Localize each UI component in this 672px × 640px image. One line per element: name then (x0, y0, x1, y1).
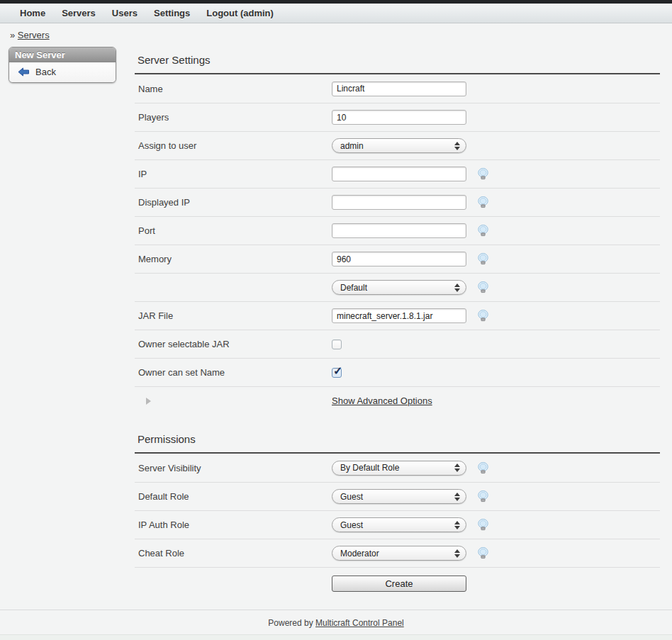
breadcrumb-link-servers[interactable]: Servers (18, 30, 50, 40)
ip-auth-role-select[interactable]: Guest (332, 517, 466, 532)
back-button[interactable]: Back (9, 62, 116, 82)
select-stepper-icon (454, 283, 460, 292)
checkbox-unchecked[interactable] (332, 339, 342, 349)
form-row-create: Create (135, 567, 660, 600)
help-bulb-icon[interactable] (478, 168, 488, 180)
help-bulb-icon[interactable] (478, 253, 488, 265)
breadcrumb: » Servers (0, 23, 672, 40)
sidebar-title: New Server (9, 47, 116, 62)
select-stepper-icon (454, 549, 460, 558)
form-row-name: Name (135, 74, 660, 103)
form-row-assign-user: Assign to user admin (135, 131, 660, 159)
field-label: Server Visibility (135, 463, 332, 473)
select-stepper-icon (454, 521, 460, 529)
displayed-ip-input[interactable] (332, 195, 466, 210)
help-bulb-icon[interactable] (478, 281, 488, 293)
expand-triangle-icon[interactable] (146, 398, 151, 405)
section-title-permissions: Permissions (135, 433, 660, 445)
select-stepper-icon (454, 493, 460, 501)
select-value: Default (340, 283, 454, 293)
nav-item-home[interactable]: Home (20, 8, 45, 18)
cheat-role-select[interactable]: Moderator (332, 546, 466, 561)
field-label: Name (135, 84, 332, 94)
select-value: Guest (340, 520, 454, 530)
port-input[interactable] (332, 223, 466, 238)
form-row-memory: Memory (135, 245, 660, 273)
form-row-ip: IP (135, 159, 660, 188)
select-value: admin (340, 141, 454, 151)
help-bulb-icon[interactable] (478, 310, 488, 322)
form-row-owner-can-set-name: Owner can set Name (135, 358, 660, 386)
field-label: Players (135, 112, 332, 123)
form-row-cheat-role: Cheat Role Moderator (135, 539, 660, 567)
sidebar-panel: New Server Back (9, 47, 116, 83)
field-label: Default Role (135, 491, 332, 502)
form-row-ip-auth-role: IP Auth Role Guest (135, 510, 660, 539)
select-value: Moderator (340, 549, 454, 558)
ip-input[interactable] (332, 167, 466, 181)
name-input[interactable] (332, 82, 466, 96)
field-label: Displayed IP (135, 197, 332, 208)
nav-item-users[interactable]: Users (112, 8, 138, 18)
show-advanced-options-link[interactable]: Show Advanced Options (332, 395, 432, 406)
select-value: Guest (340, 492, 454, 502)
form-row-world-type: Default (135, 273, 660, 301)
field-label: Cheat Role (135, 548, 332, 558)
field-label: Port (135, 225, 332, 236)
form-row-jar-file: JAR File (135, 301, 660, 330)
field-label: Owner can set Name (135, 367, 332, 378)
form-row-displayed-ip: Displayed IP (135, 188, 660, 216)
nav-item-servers[interactable]: Servers (62, 8, 96, 18)
checkbox-checked-icon[interactable] (332, 368, 342, 378)
footer-link-multicraft[interactable]: Multicraft Control Panel (315, 618, 404, 628)
field-label: Memory (135, 254, 332, 264)
help-bulb-icon[interactable] (478, 225, 488, 237)
nav-item-logout[interactable]: Logout (admin) (206, 8, 274, 18)
server-visibility-select[interactable]: By Default Role (332, 461, 466, 476)
footer: Powered by Multicraft Control Panel (0, 610, 672, 636)
main-content: Server Settings Name Players Assign to u… (135, 54, 660, 600)
nav-item-settings[interactable]: Settings (154, 8, 190, 18)
form-row-players: Players (135, 103, 660, 131)
default-role-select[interactable]: Guest (332, 489, 466, 504)
form-row-advanced: Show Advanced Options (135, 386, 660, 415)
help-bulb-icon[interactable] (478, 462, 488, 474)
memory-input[interactable] (332, 252, 466, 266)
form-row-default-role: Default Role Guest (135, 482, 660, 510)
back-arrow-icon (18, 67, 30, 77)
form-row-server-visibility: Server Visibility By Default Role (135, 454, 660, 482)
select-value: By Default Role (340, 463, 454, 473)
jar-file-input[interactable] (332, 308, 466, 323)
create-button[interactable]: Create (332, 576, 466, 592)
help-bulb-icon[interactable] (478, 547, 488, 559)
field-label: IP (135, 169, 332, 179)
help-bulb-icon[interactable] (478, 519, 488, 531)
breadcrumb-marker: » (10, 30, 15, 40)
field-label: JAR File (135, 310, 332, 321)
help-bulb-icon[interactable] (478, 490, 488, 503)
field-label: Assign to user (135, 140, 332, 151)
default-select[interactable]: Default (332, 280, 466, 295)
select-stepper-icon (454, 142, 460, 150)
players-input[interactable] (332, 110, 466, 125)
assign-user-select[interactable]: admin (332, 138, 466, 153)
bottom-strip (0, 634, 672, 640)
main-nav: Home Servers Users Settings Logout (admi… (0, 4, 672, 23)
field-label: Owner selectable JAR (135, 339, 332, 349)
help-bulb-icon[interactable] (478, 196, 488, 208)
section-title-server-settings: Server Settings (135, 54, 660, 66)
form-row-port: Port (135, 216, 660, 245)
select-stepper-icon (454, 464, 460, 472)
field-label: IP Auth Role (135, 520, 332, 530)
footer-text: Powered by (268, 618, 313, 628)
back-label: Back (35, 67, 56, 77)
form-row-owner-selectable-jar: Owner selectable JAR (135, 330, 660, 358)
